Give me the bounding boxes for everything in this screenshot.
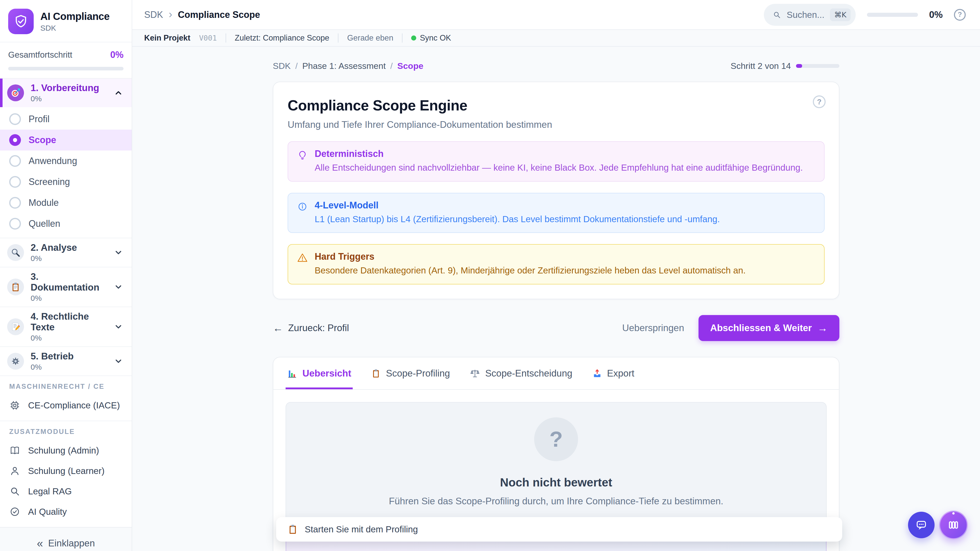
tab-export[interactable]: Export: [591, 357, 636, 389]
sidebar-item-module[interactable]: Module: [0, 192, 132, 213]
tab-label: Uebersicht: [302, 368, 351, 379]
section-zusatzmodule: ZUSATZMODULE Schulung (Admin) S: [0, 421, 132, 527]
tab-label: Scope-Entscheidung: [485, 368, 572, 379]
chip-icon: [9, 400, 21, 411]
card-help-icon[interactable]: ?: [813, 95, 826, 108]
breadcrumb-sdk[interactable]: SDK: [273, 61, 291, 71]
chevron-down-icon: [114, 322, 123, 331]
sidebar-item-quellen[interactable]: Quellen: [0, 213, 132, 234]
content-breadcrumb-row: SDK / Phase 1: Assessment / Scope Schrit…: [273, 61, 839, 71]
content-scroll[interactable]: SDK / Phase 1: Assessment / Scope Schrit…: [132, 47, 980, 551]
tab-label: Scope-Profiling: [386, 368, 450, 379]
phase-subitems: Profil Scope Anwendung Screening Module: [0, 107, 132, 238]
app-window: AI Compliance SDK Gesamtfortschritt 0%: [0, 0, 980, 551]
sidebar-header: AI Compliance SDK: [0, 0, 132, 42]
app-identity: AI Compliance SDK: [40, 11, 110, 32]
phase-label-wrap: 1. Vorbereitung 0%: [30, 83, 107, 103]
search-placeholder: Suchen...: [787, 10, 824, 20]
app-title: AI Compliance: [40, 11, 110, 22]
clipboard-icon: [287, 524, 298, 535]
step-progress-track: [796, 64, 839, 68]
help-icon[interactable]: ?: [954, 9, 966, 21]
target-icon: [7, 84, 24, 101]
sidebar-phase-rechtliche-texte[interactable]: 4. Rechtliche Texte 0%: [0, 306, 132, 346]
version-badge: V001: [199, 34, 217, 42]
section-header: MASCHINENRECHT / CE: [0, 383, 132, 391]
empty-state-title: Noch nicht bewertet: [500, 475, 612, 489]
subitem-label: Scope: [29, 135, 56, 145]
radio-empty-icon: [9, 155, 21, 167]
sidebar-item-label: Schulung (Learner): [28, 466, 105, 476]
magnifier-icon: [7, 244, 24, 261]
divider: [226, 33, 226, 43]
tab-scope-profiling[interactable]: Scope-Profiling: [369, 357, 452, 389]
phase-percent: 0%: [30, 333, 107, 342]
board-fab-button[interactable]: [939, 511, 968, 539]
tab-uebersicht[interactable]: Uebersicht: [286, 357, 353, 389]
phase-percent: 0%: [30, 254, 107, 263]
tab-scope-entscheidung[interactable]: Scope-Entscheidung: [468, 357, 574, 389]
sidebar-item-anwendung[interactable]: Anwendung: [0, 151, 132, 171]
app-logo: [8, 9, 34, 34]
sidebar-item-ce-compliance[interactable]: CE-Compliance (IACE): [0, 395, 132, 416]
sidebar-item-ai-quality[interactable]: AI Quality: [0, 502, 132, 522]
radio-empty-icon: [9, 113, 21, 125]
sidebar-item-screening[interactable]: Screening: [0, 171, 132, 192]
breadcrumb-current: Compliance Scope: [178, 10, 260, 20]
subitem-label: Screening: [29, 176, 70, 187]
arrow-left-icon: ←: [273, 323, 283, 333]
last-saved-label: Zuletzt: Compliance Scope: [235, 33, 329, 43]
columns-icon: [947, 518, 960, 532]
page-subtitle: Umfang und Tiefe Ihrer Compliance-Dokume…: [288, 119, 824, 130]
sync-label: Sync OK: [420, 33, 451, 43]
phase-percent: 0%: [30, 294, 107, 303]
sidebar-item-legal-rag[interactable]: Legal RAG: [0, 481, 132, 502]
sidebar-item-schulung-learner[interactable]: Schulung (Learner): [0, 461, 132, 481]
finish-and-next-button[interactable]: Abschliessen & Weiter →: [698, 315, 839, 341]
breadcrumb-root[interactable]: SDK: [144, 10, 163, 20]
sidebar-phase-vorbereitung[interactable]: 1. Vorbereitung 0%: [0, 79, 132, 107]
phase-label: 2. Analyse: [30, 242, 77, 253]
sidebar-phase-analyse[interactable]: 2. Analyse 0%: [0, 238, 132, 267]
bar-chart-icon: [287, 368, 298, 379]
person-icon: [9, 465, 21, 476]
page-title: Compliance Scope Engine: [288, 97, 824, 114]
radio-selected-icon: [9, 134, 21, 146]
note-title: Hard Triggers: [315, 251, 746, 262]
sidebar-phase-dokumentation[interactable]: 3. Dokumentation 0%: [0, 267, 132, 306]
chat-fab-button[interactable]: [908, 512, 935, 538]
subitem-label: Quellen: [29, 218, 60, 229]
statusbar: Kein Projekt V001 Zuletzt: Compliance Sc…: [132, 30, 980, 47]
note-hard-triggers: Hard Triggers Besondere Datenkategorien …: [288, 244, 824, 284]
last-saved-time: Gerade eben: [347, 33, 393, 43]
sidebar-item-schulung-admin[interactable]: Schulung (Admin): [0, 440, 132, 461]
sidebar: AI Compliance SDK Gesamtfortschritt 0%: [0, 0, 132, 551]
info-icon: [297, 201, 308, 225]
radio-empty-icon: [9, 218, 21, 230]
next-label: Abschliessen & Weiter: [710, 323, 812, 333]
radio-empty-icon: [9, 176, 21, 188]
book-icon: [9, 445, 21, 456]
sidebar-phase-betrieb[interactable]: 5. Betrieb 0%: [0, 346, 132, 375]
sidebar-item-scope[interactable]: Scope: [0, 130, 132, 151]
arrow-right-icon: →: [818, 323, 828, 333]
skip-button[interactable]: Ueberspringen: [622, 323, 684, 333]
sidebar-item-profil[interactable]: Profil: [0, 109, 132, 130]
breadcrumb-separator: /: [390, 61, 393, 71]
scales-icon: [470, 368, 480, 379]
profiling-toast: Starten Sie mit dem Profiling: [276, 517, 842, 541]
breadcrumb-phase[interactable]: Phase 1: Assessment: [302, 61, 386, 71]
export-tray-icon: [592, 368, 602, 378]
phase-percent: 0%: [30, 363, 107, 372]
search-input[interactable]: Suchen... ⌘K: [764, 4, 856, 26]
lightbulb-icon: [297, 149, 308, 173]
sidebar-item-label: Schulung (Admin): [28, 445, 99, 456]
back-button[interactable]: ← Zurueck: Profil: [273, 323, 349, 333]
phase-label: 4. Rechtliche Texte: [30, 311, 89, 332]
divider: [338, 33, 339, 43]
overall-progress: Gesamtfortschritt 0%: [0, 42, 132, 79]
topbar-progress-track: [867, 13, 918, 17]
collapse-sidebar-button[interactable]: « Einklappen: [37, 538, 95, 549]
section-header: ZUSATZMODULE: [0, 428, 132, 436]
note-text: Alle Entscheidungen sind nachvollziehbar…: [315, 162, 803, 173]
